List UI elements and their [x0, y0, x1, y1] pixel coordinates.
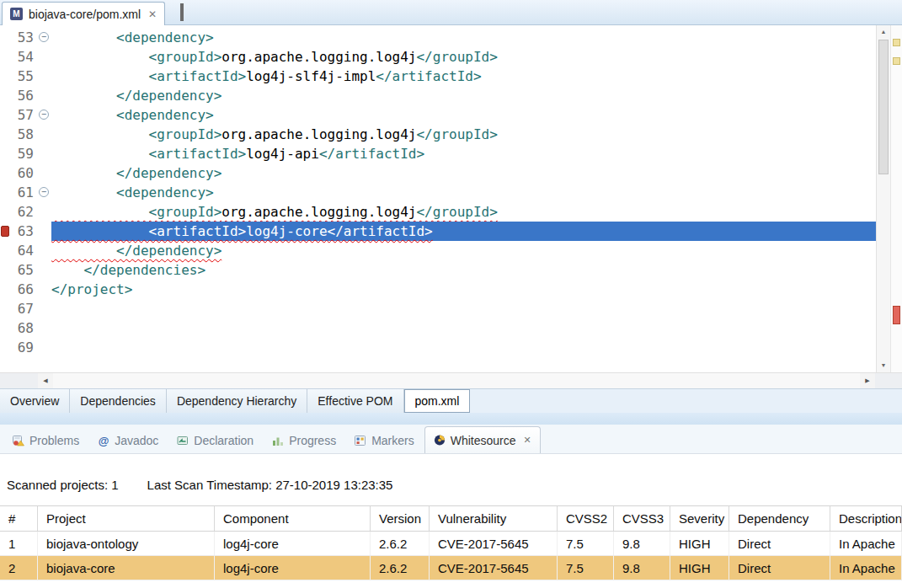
line-marker-column [0, 47, 11, 67]
code-line[interactable]: 62 <groupId>org.apache.logging.log4j</gr… [0, 202, 876, 222]
vertical-scrollbar[interactable]: ▲ ▼ [876, 25, 890, 372]
ruler-error-marker[interactable] [893, 306, 900, 324]
fold-column [36, 222, 51, 241]
view-tab-label: Javadoc [115, 434, 158, 447]
fold-column [36, 144, 51, 163]
column-header-description[interactable]: Description [830, 506, 902, 531]
scroll-down-icon[interactable]: ▼ [877, 359, 890, 372]
view-tab-problems[interactable]: Problems [4, 428, 88, 453]
editor-tab-bar: M biojava-core/pom.xml ✕ [0, 0, 902, 25]
fold-collapse-icon[interactable]: − [39, 32, 49, 42]
column-header-cvss3[interactable]: CVSS3 [614, 506, 670, 531]
pom-tab-overview[interactable]: Overview [0, 389, 70, 413]
column-header-component[interactable]: Component [215, 506, 371, 531]
xml-text: org.apache.logging.log4j [221, 126, 416, 142]
editor-tab-pom-xml[interactable]: M biojava-core/pom.xml ✕ [2, 2, 165, 25]
pom-tab-pom-xml[interactable]: pom.xml [404, 389, 471, 413]
code-line[interactable]: 68 [0, 318, 876, 338]
ruler-occurrence-marker[interactable] [893, 39, 900, 46]
sash-splitter[interactable] [0, 413, 902, 425]
line-number: 68 [11, 318, 36, 338]
markers-icon [355, 435, 366, 446]
xml-tag: <groupId> [51, 204, 221, 220]
code-line[interactable]: 66</project> [0, 280, 876, 299]
scrollbar-left-spacer [0, 373, 38, 388]
column-header-severity[interactable]: Severity [670, 506, 729, 531]
table-cell: In Apache [830, 556, 902, 580]
error-marker-icon[interactable] [1, 226, 9, 237]
table-cell: CVE-2017-5645 [430, 556, 558, 580]
vertical-scrollbar-thumb[interactable] [878, 40, 889, 174]
code-line[interactable]: 67 [0, 299, 876, 318]
column-header-num[interactable]: # [0, 506, 38, 531]
line-number: 57 [11, 105, 36, 125]
pom-tab-effective-pom[interactable]: Effective POM [307, 389, 403, 413]
table-row[interactable]: 2biojava-corelog4j-core2.6.2CVE-2017-564… [0, 556, 902, 580]
scroll-up-icon[interactable]: ▲ [877, 25, 890, 39]
code-text: <groupId>org.apache.logging.log4j</group… [51, 47, 876, 67]
code-line[interactable]: 69 [0, 338, 876, 357]
fold-column [36, 241, 51, 260]
code-line[interactable]: 65 </dependencies> [0, 260, 876, 280]
scroll-left-icon[interactable]: ◀ [38, 373, 53, 388]
close-icon[interactable]: ✕ [524, 435, 531, 446]
view-tab-whitesource[interactable]: Whitesource✕ [424, 426, 541, 453]
column-header-cvss2[interactable]: CVSS2 [558, 506, 614, 531]
fold-collapse-icon[interactable]: − [39, 187, 49, 197]
view-tab-markers[interactable]: Markers [346, 428, 423, 453]
column-header-version[interactable]: Version [371, 506, 430, 531]
line-number: 67 [11, 299, 36, 318]
code-line[interactable]: 59 <artifactId>log4j-api</artifactId> [0, 144, 876, 163]
scanned-projects-label: Scanned projects: 1 [7, 478, 119, 492]
code-line[interactable]: 60 </dependency> [0, 163, 876, 183]
table-cell: log4j-core [215, 556, 371, 580]
view-tab-label: Declaration [194, 434, 254, 447]
code-line[interactable]: 58 <groupId>org.apache.logging.log4j</gr… [0, 125, 876, 144]
line-number: 66 [11, 280, 36, 299]
fold-collapse-icon[interactable]: − [39, 110, 49, 120]
close-icon[interactable]: ✕ [148, 8, 157, 20]
code-text: </dependency> [51, 86, 876, 105]
code-line[interactable]: 57− <dependency> [0, 105, 876, 125]
line-marker-column [0, 222, 11, 241]
view-tab-javadoc[interactable]: @Javadoc [89, 428, 167, 453]
xml-tag: <artifactId> [51, 146, 246, 162]
scroll-right-icon[interactable]: ▶ [860, 373, 875, 388]
column-header-vulnerability[interactable]: Vulnerability [430, 506, 558, 531]
declaration-icon [177, 435, 189, 446]
xml-tag: </dependency> [51, 165, 221, 181]
code-line[interactable]: 53− <dependency> [0, 28, 876, 47]
fold-column [36, 202, 51, 222]
column-header-dependency[interactable]: Dependency [729, 506, 830, 531]
xml-tag: </dependency> [51, 88, 221, 104]
xml-text: org.apache.logging.log4j [221, 204, 416, 220]
window-controls [165, 5, 184, 20]
ruler-occurrence-marker[interactable] [893, 57, 900, 65]
view-tab-label: Whitesource [451, 434, 516, 447]
line-number: 54 [11, 47, 36, 67]
horizontal-scrollbar-track[interactable] [53, 373, 860, 388]
code-line[interactable]: 56 </dependency> [0, 86, 876, 105]
view-tab-declaration[interactable]: Declaration [168, 428, 262, 453]
line-number: 69 [11, 338, 36, 357]
code-line[interactable]: 64 </dependency> [0, 241, 876, 260]
maximize-icon[interactable] [180, 5, 184, 20]
code-text: </dependencies> [51, 260, 876, 280]
eclipse-window: M biojava-core/pom.xml ✕ 53− <dependency… [0, 0, 902, 588]
pom-tab-dependencies[interactable]: Dependencies [70, 389, 167, 413]
code-line[interactable]: 63 <artifactId>log4j-core</artifactId> [0, 222, 876, 241]
view-tab-label: Markers [371, 434, 414, 447]
code-line[interactable]: 55 <artifactId>log4j-slf4j-impl</artifac… [0, 67, 876, 86]
view-tab-bar: Problems@JavadocDeclarationProgressMarke… [0, 425, 902, 453]
code-line[interactable]: 61− <dependency> [0, 183, 876, 202]
line-marker-column [0, 28, 11, 47]
code-line[interactable]: 54 <groupId>org.apache.logging.log4j</gr… [0, 47, 876, 67]
column-header-project[interactable]: Project [38, 506, 215, 531]
pom-tab-dependency-hierarchy[interactable]: Dependency Hierarchy [167, 389, 307, 413]
fold-column [36, 280, 51, 299]
view-tab-label: Problems [29, 434, 79, 447]
xml-text: org.apache.logging.log4j [221, 49, 416, 65]
horizontal-scrollbar[interactable]: ◀ ▶ [0, 372, 902, 388]
table-row[interactable]: 1biojava-ontologylog4j-core2.6.2CVE-2017… [0, 532, 902, 556]
view-tab-progress[interactable]: Progress [264, 428, 344, 453]
